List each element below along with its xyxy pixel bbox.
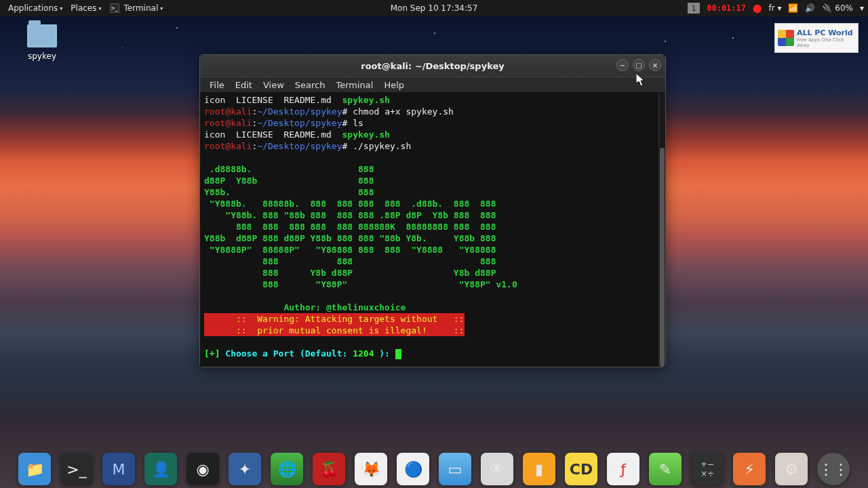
watermark-line1: ALL PC World [797, 28, 855, 37]
desktop-folder-spykey[interactable]: spykey [22, 24, 62, 61]
dock-cd[interactable]: CD [565, 453, 597, 485]
terminal-icon: >_ [110, 3, 119, 13]
scrollbar-thumb[interactable] [660, 148, 665, 367]
terminal-window[interactable]: root@kali: ~/Desktop/spykey − □ × File E… [199, 54, 666, 367]
dock-faraday[interactable]: ƒ [607, 453, 639, 485]
maximize-button[interactable]: □ [633, 59, 645, 71]
dock-show-apps[interactable]: ⋮⋮ [817, 453, 850, 485]
menu-search[interactable]: Search [290, 80, 331, 90]
recording-indicator-icon[interactable]: ⬤ [753, 3, 762, 13]
terminal-scrollbar[interactable] [658, 93, 665, 367]
top-panel: Applications▾ Places▾ >_Terminal▾ Mon Se… [0, 0, 868, 16]
menu-edit[interactable]: Edit [230, 80, 258, 90]
chevron-down-icon: ▾ [160, 5, 163, 12]
menu-help[interactable]: Help [378, 80, 410, 90]
warning-line-2: :: prior mutual consent is illegal! :: [204, 325, 465, 336]
chevron-down-icon: ▾ [60, 5, 62, 12]
menu-terminal[interactable]: Terminal [330, 80, 378, 90]
keyboard-layout[interactable]: fr ▾ [768, 3, 781, 13]
dock-leafpad[interactable]: ⚡ [733, 453, 766, 485]
dock-terminal[interactable]: >_ [60, 453, 93, 485]
dock: 📁 >_ M 👤 ◉ ✦ 🌐 🍒 🦊 🔵 ▭ 👁 ▮ CD ƒ ✎ +−×÷ ⚡… [18, 453, 850, 485]
minimize-button[interactable]: − [616, 59, 629, 71]
terminal-menubar: File Edit View Search Terminal Help [200, 77, 665, 93]
watermark-line2: Free Apps One Click Away [797, 37, 855, 48]
dock-calculator[interactable]: +−×÷ [691, 453, 724, 485]
dock-firefox[interactable]: 🦊 [355, 453, 387, 485]
network-icon[interactable]: 📶 [788, 3, 798, 13]
dock-obs[interactable]: ◉ [186, 453, 219, 485]
desktop-folder-label: spykey [22, 52, 62, 61]
watermark-badge: ALL PC World Free Apps One Click Away [774, 23, 859, 53]
ascii-banner: .d8888b. 888 d88P Y88b 888 Y88b. 888 "Y8… [204, 164, 517, 289]
dock-texteditor[interactable]: ✎ [649, 453, 682, 485]
warning-line-1: :: Warning: Attacking targets without :: [204, 313, 465, 325]
applications-label: Applications [8, 3, 58, 13]
dock-burpsuite[interactable]: ▮ [523, 453, 555, 485]
places-label: Places [71, 3, 96, 13]
terminal-cursor [395, 349, 401, 359]
menu-file[interactable]: File [204, 80, 230, 90]
watermark-logo-icon [778, 30, 794, 46]
dock-browser[interactable]: 🌐 [271, 453, 303, 485]
author-line: Author: @thelinuxchoice [204, 302, 406, 312]
chevron-down-icon: ▾ [98, 5, 101, 12]
window-title: root@kali: ~/Desktop/spykey [361, 61, 504, 71]
menu-view[interactable]: View [258, 80, 290, 90]
power-menu-icon[interactable]: ▾ [860, 3, 864, 13]
dock-zenmap[interactable]: ✦ [229, 453, 261, 485]
dock-vmware[interactable]: ▭ [439, 453, 471, 485]
window-list-terminal[interactable]: >_Terminal▾ [106, 3, 167, 13]
window-titlebar[interactable]: root@kali: ~/Desktop/spykey − □ × [200, 55, 665, 77]
battery-icon[interactable]: 🔌 60% [822, 3, 853, 13]
screen-recorder-time[interactable]: 00:01:17 [707, 3, 746, 13]
folder-icon [27, 24, 57, 47]
close-button[interactable]: × [649, 59, 661, 71]
dock-tweaks[interactable]: ⚙ [775, 453, 808, 485]
dock-files[interactable]: 📁 [18, 453, 51, 485]
dock-chrome[interactable]: 🔵 [397, 453, 429, 485]
dock-cherrytree[interactable]: 🍒 [313, 453, 345, 485]
dock-armitage[interactable]: 👤 [144, 453, 177, 485]
clock[interactable]: Mon Sep 10 17:34:57 [391, 3, 478, 13]
window-list-label: Terminal [124, 3, 159, 13]
dock-maltego[interactable]: 👁 [481, 453, 513, 485]
volume-icon[interactable]: 🔊 [805, 3, 815, 13]
places-menu[interactable]: Places▾ [66, 3, 105, 13]
terminal-output[interactable]: icon LICENSE README.md spykey.sh root@ka… [200, 93, 665, 367]
workspace-indicator[interactable]: 1 [688, 3, 700, 14]
dock-metasploit[interactable]: M [102, 453, 135, 485]
applications-menu[interactable]: Applications▾ [4, 3, 66, 13]
